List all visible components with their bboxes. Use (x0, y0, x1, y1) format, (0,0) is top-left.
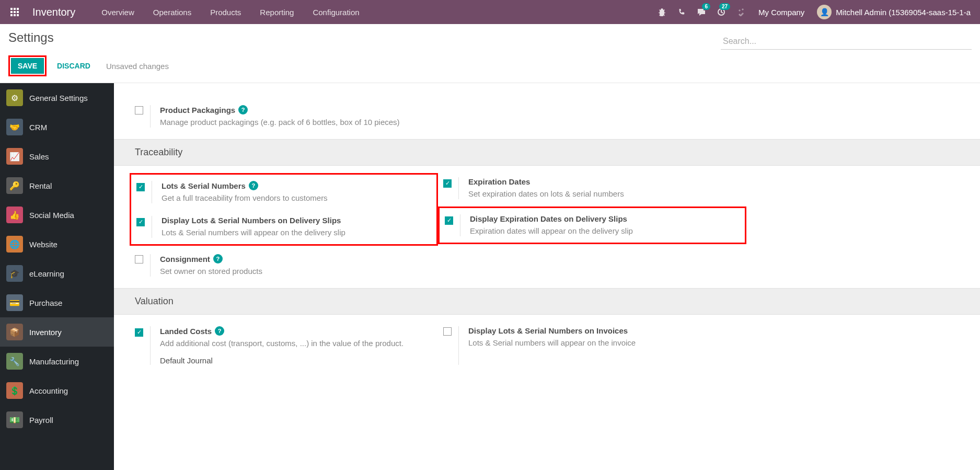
money-icon: 💲 (6, 382, 23, 399)
sidebar-item-label: eLearning (29, 269, 64, 278)
help-icon[interactable]: ? (249, 181, 258, 190)
setting-title: Consignment (160, 255, 210, 263)
setting-desc: Lots & Serial numbers will appear on the… (468, 337, 741, 348)
setting-desc: Expiration dates will appear on the deli… (470, 225, 740, 236)
top-menu-bar: Inventory Overview Operations Products R… (0, 0, 980, 24)
globe-icon: 🌐 (6, 236, 23, 253)
checkbox-product-packagings[interactable] (135, 106, 143, 114)
menu-products[interactable]: Products (201, 0, 250, 24)
activities-badge: 27 (719, 3, 730, 10)
default-journal-label: Default Journal (160, 356, 433, 365)
save-button[interactable]: Save (11, 58, 44, 74)
discard-button[interactable]: Discard (52, 59, 96, 73)
sidebar-item-label: Inventory (29, 328, 62, 337)
section-valuation: Valuation (114, 288, 980, 315)
checkbox-consignment[interactable] (135, 255, 143, 263)
setting-title: Product Packagings (160, 106, 235, 114)
checkbox-lots[interactable]: ✓ (136, 183, 145, 191)
sidebar-item-rental[interactable]: 🔑Rental (0, 171, 114, 200)
setting-desc: Manage product packagings (e.g. pack of … (160, 117, 433, 128)
messages-icon[interactable]: 6 (691, 0, 711, 24)
sidebar-item-label: Accounting (29, 386, 68, 395)
svg-rect-4 (14, 11, 16, 13)
control-panel: Settings Save Discard Unsaved changes (0, 24, 980, 83)
help-icon[interactable]: ? (238, 105, 248, 114)
bug-icon[interactable] (652, 0, 672, 24)
settings-sidebar[interactable]: ⚙General Settings 🤝CRM 📈Sales 🔑Rental 👍S… (0, 83, 114, 470)
checkbox-display-lots-invoice[interactable] (443, 327, 452, 336)
highlight-lots-block: ✓ Lots & Serial Numbers? Get a full trac… (130, 173, 438, 246)
sidebar-item-label: Manufacturing (29, 357, 79, 366)
main-menu: Overview Operations Products Reporting C… (92, 0, 652, 24)
sidebar-item-label: Purchase (29, 299, 62, 307)
checkbox-expiration[interactable]: ✓ (443, 179, 452, 188)
sidebar-item-sales[interactable]: 📈Sales (0, 142, 114, 171)
sidebar-item-label: Rental (29, 181, 52, 190)
company-selector[interactable]: My Company (751, 8, 812, 17)
app-title[interactable]: Inventory (25, 6, 83, 18)
sidebar-item-label: Social Media (29, 211, 74, 220)
setting-title: Expiration Dates (468, 177, 530, 186)
svg-rect-2 (17, 8, 19, 10)
tools-icon[interactable] (731, 0, 751, 24)
svg-rect-3 (10, 11, 13, 13)
checkbox-display-exp-slip[interactable]: ✓ (445, 216, 453, 225)
menu-reporting[interactable]: Reporting (250, 0, 303, 24)
card-icon: 💳 (6, 294, 23, 311)
checkbox-landed[interactable]: ✓ (135, 328, 143, 337)
user-menu[interactable]: 👤 Mitchell Admin (15369054-saas-15-1-a (812, 5, 976, 19)
sidebar-item-inventory[interactable]: 📦Inventory (0, 317, 114, 347)
help-icon[interactable]: ? (215, 326, 224, 336)
setting-title: Landed Costs (160, 327, 212, 336)
setting-display-lots-invoice: Display Lots & Serial Numbers on Invoice… (438, 320, 746, 371)
setting-desc: Set owner on stored products (160, 266, 433, 277)
setting-landed-costs: ✓ Landed Costs? Add additional cost (tra… (130, 320, 438, 371)
setting-expiration: ✓ Expiration Dates Set expiration dates … (438, 171, 746, 205)
setting-desc: Get a full traceability from vendors to … (162, 192, 431, 203)
setting-title: Lots & Serial Numbers (162, 181, 246, 190)
apps-icon[interactable] (4, 0, 25, 24)
sidebar-item-social[interactable]: 👍Social Media (0, 200, 114, 230)
setting-display-exp-slip: ✓ Display Expiration Dates on Delivery S… (440, 208, 745, 243)
activities-icon[interactable]: 27 (711, 0, 731, 24)
setting-desc: Add additional cost (transport, customs,… (160, 338, 433, 349)
search-input[interactable] (721, 33, 972, 50)
sidebar-item-general-settings[interactable]: ⚙General Settings (0, 83, 114, 112)
wrench-icon: 🔧 (6, 353, 23, 370)
sidebar-item-elearning[interactable]: 🎓eLearning (0, 259, 114, 288)
gear-icon: ⚙ (6, 89, 23, 106)
svg-rect-5 (17, 11, 19, 13)
setting-desc: Set expiration dates on lots & serial nu… (468, 188, 741, 199)
sidebar-item-accounting[interactable]: 💲Accounting (0, 376, 114, 405)
save-highlight: Save (8, 55, 47, 76)
sidebar-item-label: Sales (29, 152, 49, 161)
key-icon: 🔑 (6, 177, 23, 194)
highlight-exp-slip: ✓ Display Expiration Dates on Delivery S… (438, 207, 746, 244)
setting-title: Display Lots & Serial Numbers on Invoice… (468, 326, 628, 335)
user-name: Mitchell Admin (15369054-saas-15-1-a (836, 8, 971, 17)
setting-product-packagings: Product Packagings? Manage product packa… (130, 99, 438, 134)
chart-icon: 📈 (6, 148, 23, 165)
checkbox-display-lots-slip[interactable]: ✓ (136, 218, 145, 226)
handshake-icon: 🤝 (6, 119, 23, 135)
svg-rect-6 (10, 14, 13, 16)
sidebar-item-label: Website (29, 240, 57, 249)
body: ⚙General Settings 🤝CRM 📈Sales 🔑Rental 👍S… (0, 83, 980, 470)
settings-content[interactable]: Product Packagings? Manage product packa… (114, 83, 980, 470)
svg-rect-0 (10, 8, 13, 10)
sidebar-item-crm[interactable]: 🤝CRM (0, 112, 114, 142)
menu-configuration[interactable]: Configuration (303, 0, 368, 24)
phone-icon[interactable] (672, 0, 691, 24)
svg-rect-7 (14, 14, 16, 16)
sidebar-item-payroll[interactable]: 💵Payroll (0, 405, 114, 434)
avatar-icon: 👤 (817, 5, 832, 19)
sidebar-item-label: General Settings (29, 94, 88, 102)
help-icon[interactable]: ? (213, 254, 223, 263)
sidebar-item-manufacturing[interactable]: 🔧Manufacturing (0, 347, 114, 376)
sidebar-item-website[interactable]: 🌐Website (0, 230, 114, 259)
sidebar-item-purchase[interactable]: 💳Purchase (0, 288, 114, 317)
menu-operations[interactable]: Operations (144, 0, 201, 24)
sidebar-item-label: Payroll (29, 416, 53, 425)
payroll-icon: 💵 (6, 411, 23, 428)
menu-overview[interactable]: Overview (92, 0, 144, 24)
